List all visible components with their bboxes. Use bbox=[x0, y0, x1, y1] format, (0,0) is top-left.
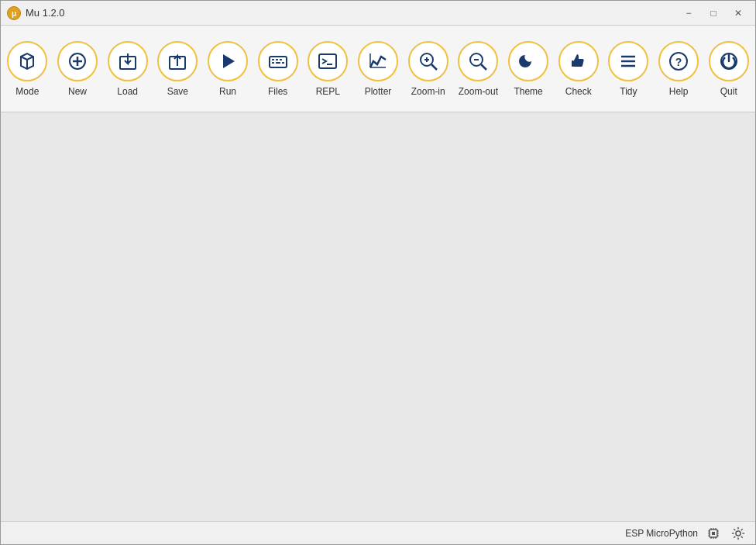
new-icon bbox=[57, 41, 98, 81]
save-button[interactable]: Save bbox=[153, 30, 203, 108]
status-settings-button[interactable] bbox=[729, 524, 747, 543]
load-button[interactable]: Load bbox=[102, 30, 153, 108]
check-icon bbox=[558, 41, 599, 81]
svg-rect-11 bbox=[272, 59, 274, 60]
svg-rect-28 bbox=[572, 60, 574, 67]
cpu-icon bbox=[706, 526, 720, 540]
run-icon bbox=[208, 41, 248, 81]
files-label: Files bbox=[268, 86, 287, 97]
new-label: New bbox=[68, 86, 87, 97]
plotter-icon bbox=[358, 41, 398, 81]
tidy-button[interactable]: Tidy bbox=[603, 30, 654, 108]
quit-label: Quit bbox=[720, 86, 737, 97]
check-label: Check bbox=[565, 86, 592, 97]
status-mode-text: ESP MicroPython bbox=[625, 528, 698, 539]
mode-icon bbox=[7, 41, 47, 81]
zoomin-icon bbox=[408, 41, 448, 81]
zoomout-icon bbox=[458, 41, 498, 81]
zoomin-label: Zoom-in bbox=[411, 86, 445, 97]
svg-rect-16 bbox=[282, 62, 284, 64]
mode-label: Mode bbox=[15, 86, 39, 97]
load-label: Load bbox=[117, 86, 138, 97]
zoomout-button[interactable]: Zoom-out bbox=[453, 30, 503, 108]
svg-line-26 bbox=[481, 64, 486, 70]
help-label: Help bbox=[669, 86, 689, 97]
files-icon bbox=[258, 41, 298, 81]
window-controls: − □ ✕ bbox=[678, 5, 749, 22]
svg-rect-13 bbox=[280, 59, 282, 60]
help-icon: ? bbox=[658, 41, 699, 81]
main-content bbox=[1, 112, 755, 521]
files-button[interactable]: Files bbox=[253, 30, 303, 108]
toolbar: Mode New Load Save bbox=[1, 26, 755, 112]
tidy-icon bbox=[608, 41, 648, 81]
svg-rect-36 bbox=[712, 532, 715, 535]
help-button[interactable]: ? Help bbox=[654, 30, 704, 108]
svg-rect-14 bbox=[272, 62, 274, 64]
quit-icon bbox=[709, 41, 749, 81]
svg-point-49 bbox=[736, 531, 741, 536]
repl-label: REPL bbox=[316, 86, 340, 97]
zoomin-button[interactable]: Zoom-in bbox=[403, 30, 453, 108]
svg-rect-12 bbox=[276, 59, 278, 60]
repl-button[interactable]: REPL bbox=[303, 30, 353, 108]
svg-rect-17 bbox=[319, 54, 336, 68]
status-cpu-button[interactable] bbox=[704, 524, 723, 543]
plotter-label: Plotter bbox=[365, 86, 392, 97]
run-label: Run bbox=[219, 86, 236, 97]
svg-marker-9 bbox=[223, 54, 235, 68]
theme-icon bbox=[508, 41, 548, 81]
svg-rect-15 bbox=[276, 62, 280, 64]
save-label: Save bbox=[167, 86, 188, 97]
title-bar-left: μ Mu 1.2.0 bbox=[7, 6, 65, 20]
save-icon bbox=[157, 41, 198, 81]
theme-label: Theme bbox=[514, 86, 542, 97]
svg-text:μ: μ bbox=[12, 9, 16, 18]
mode-button[interactable]: Mode bbox=[2, 30, 53, 108]
svg-line-22 bbox=[431, 64, 437, 70]
load-icon bbox=[108, 41, 148, 81]
gear-icon bbox=[731, 526, 745, 540]
status-bar: ESP MicroPython bbox=[1, 521, 755, 544]
plotter-button[interactable]: Plotter bbox=[353, 30, 404, 108]
minimize-button[interactable]: − bbox=[678, 5, 699, 22]
quit-button[interactable]: Quit bbox=[703, 30, 754, 108]
new-button[interactable]: New bbox=[53, 30, 103, 108]
app-logo-icon: μ bbox=[7, 6, 21, 20]
close-button[interactable]: ✕ bbox=[727, 5, 749, 22]
maximize-button[interactable]: □ bbox=[703, 5, 724, 22]
run-button[interactable]: Run bbox=[203, 30, 253, 108]
tidy-label: Tidy bbox=[620, 86, 637, 97]
zoomout-label: Zoom-out bbox=[459, 86, 498, 97]
check-button[interactable]: Check bbox=[553, 30, 603, 108]
repl-icon bbox=[308, 41, 348, 81]
theme-button[interactable]: Theme bbox=[503, 30, 554, 108]
title-bar: μ Mu 1.2.0 − □ ✕ bbox=[1, 1, 755, 26]
app-title: Mu 1.2.0 bbox=[26, 7, 65, 19]
svg-text:?: ? bbox=[675, 56, 682, 68]
